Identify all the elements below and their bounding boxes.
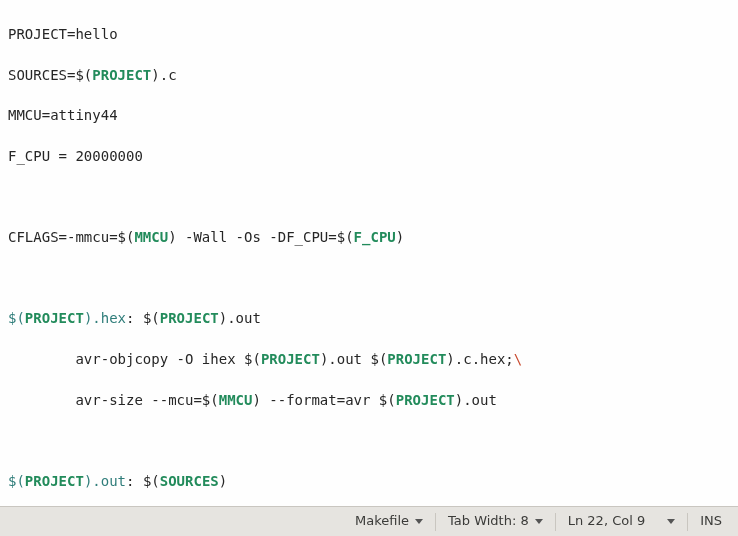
divider <box>435 513 436 531</box>
chevron-down-icon <box>415 519 423 524</box>
code-line: F_CPU = 20000000 <box>8 146 730 166</box>
text: SOURCES=$( <box>8 67 92 83</box>
language-label: Makefile <box>355 512 409 531</box>
code-line: PROJECT=hello <box>8 24 730 44</box>
var: MMCU <box>219 392 253 408</box>
text: : $( <box>126 473 160 489</box>
var: PROJECT <box>387 351 446 367</box>
code-line: SOURCES=$(PROJECT).c <box>8 65 730 85</box>
var: MMCU <box>134 229 168 245</box>
code-line: CFLAGS=-mmcu=$(MMCU) -Wall -Os -DF_CPU=$… <box>8 227 730 247</box>
var: PROJECT <box>160 310 219 326</box>
divider <box>555 513 556 531</box>
cursor-position-menu[interactable] <box>655 519 685 524</box>
cursor-position: Ln 22, Col 9 <box>558 512 655 531</box>
text: CFLAGS=-mmcu=$( <box>8 229 134 245</box>
esc: \ <box>514 351 522 367</box>
text: ).c <box>151 67 176 83</box>
code-line: $(PROJECT).out: $(SOURCES) <box>8 471 730 491</box>
code-line <box>8 268 730 288</box>
var: PROJECT <box>396 392 455 408</box>
text: F_CPU = 20000000 <box>8 148 143 164</box>
text: ) <box>219 473 227 489</box>
code-editor[interactable]: PROJECT=hello SOURCES=$(PROJECT).c MMCU=… <box>0 0 738 506</box>
var: PROJECT <box>92 67 151 83</box>
text: ).out $( <box>320 351 387 367</box>
text: avr-size --mcu=$( <box>8 392 219 408</box>
status-bar: Makefile Tab Width: 8 Ln 22, Col 9 INS <box>0 506 738 536</box>
chevron-down-icon <box>535 519 543 524</box>
text: ) -Wall -Os -DF_CPU=$( <box>168 229 353 245</box>
text: avr-objcopy -O ihex $( <box>8 351 261 367</box>
text: ).out <box>455 392 497 408</box>
text: MMCU=attiny44 <box>8 107 118 123</box>
code-line: $(PROJECT).hex: $(PROJECT).out <box>8 308 730 328</box>
tab-width-selector[interactable]: Tab Width: 8 <box>438 512 553 531</box>
var: F_CPU <box>354 229 396 245</box>
text: : $( <box>126 310 160 326</box>
code-line <box>8 430 730 450</box>
code-line: avr-objcopy -O ihex $(PROJECT).out $(PRO… <box>8 349 730 369</box>
var: SOURCES <box>160 473 219 489</box>
code-line: MMCU=attiny44 <box>8 105 730 125</box>
text: PROJECT=hello <box>8 26 118 42</box>
text: ) --format=avr $( <box>252 392 395 408</box>
target: $(PROJECT).hex <box>8 310 126 326</box>
language-selector[interactable]: Makefile <box>345 512 433 531</box>
text: ) <box>396 229 404 245</box>
target: $(PROJECT).out <box>8 473 126 489</box>
chevron-down-icon <box>667 519 675 524</box>
tab-width-label: Tab Width: 8 <box>448 512 529 531</box>
insert-mode-toggle[interactable]: INS <box>690 512 732 531</box>
insert-mode-label: INS <box>700 512 722 531</box>
divider <box>687 513 688 531</box>
cursor-position-label: Ln 22, Col 9 <box>568 512 645 531</box>
var: PROJECT <box>261 351 320 367</box>
code-line <box>8 187 730 207</box>
text: ).c.hex; <box>446 351 513 367</box>
code-line: avr-size --mcu=$(MMCU) --format=avr $(PR… <box>8 390 730 410</box>
text: ).out <box>219 310 261 326</box>
